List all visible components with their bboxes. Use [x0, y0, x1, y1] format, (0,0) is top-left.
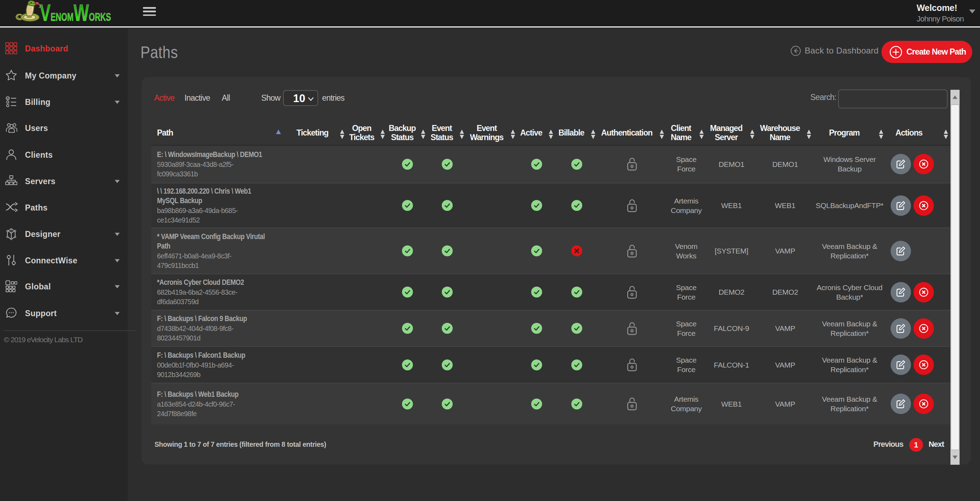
- svg-text:VENOMWORKS: VENOMWORKS: [40, 0, 111, 26]
